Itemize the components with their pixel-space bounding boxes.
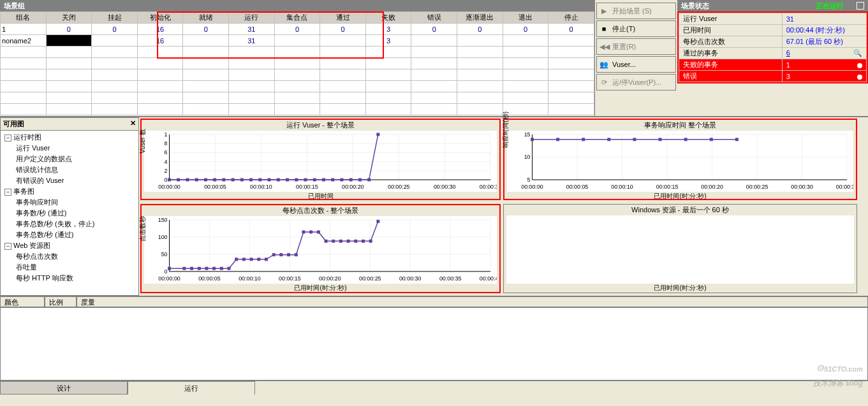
tree-expand-icon[interactable]: −	[4, 243, 11, 250]
tree-item[interactable]: 事务响应时间	[2, 197, 137, 208]
grid-cell[interactable]	[183, 35, 229, 47]
grid-cell[interactable]: 0	[503, 24, 548, 35]
grid-cell[interactable]: 0	[274, 24, 320, 35]
btn-reset-label: 重置(R)	[612, 42, 636, 52]
grid-header[interactable]: 挂起	[92, 12, 138, 24]
grid-header[interactable]: 逐渐退出	[457, 12, 503, 24]
tree-item[interactable]: 用户定义的数据点	[2, 154, 137, 164]
grid-cell[interactable]	[457, 35, 503, 47]
grid-header[interactable]: 组名	[1, 12, 47, 24]
grid-cell[interactable]: 0	[183, 24, 229, 35]
grid-cell[interactable]	[274, 35, 320, 47]
tree-item[interactable]: 每秒点击次数	[2, 251, 137, 262]
grid-header[interactable]: 停止	[548, 12, 594, 24]
tree-group[interactable]: −Web 资源图	[2, 240, 137, 251]
status-table: 运行 Vuser31已用时间00:00:44 (时:分:秒)每秒点击次数67.0…	[679, 13, 867, 82]
grid-cell[interactable]: 3	[365, 35, 411, 47]
grid-header[interactable]: 运行	[229, 12, 275, 24]
grid-cell[interactable]	[503, 35, 548, 47]
chart-ylabel-2: 响应时间(秒)	[501, 112, 510, 148]
grid-cell[interactable]: 0	[411, 24, 457, 35]
chart-windows-resources[interactable]: Windows 资源 - 最后一个 60 秒 已用时间(时:分:秒)	[503, 204, 857, 293]
scenario-grid-wrap: 组名关闭挂起初始化就绪运行集合点通过失败错误逐渐退出退出停止 100160310…	[0, 11, 594, 116]
grid-header[interactable]: 通过	[320, 12, 366, 24]
legend-scale: 比例	[45, 296, 77, 307]
tree-body[interactable]: −运行时图运行 Vuser用户定义的数据点错误统计信息有错误的 Vuser−事务…	[1, 131, 138, 295]
grid-cell[interactable]	[92, 35, 138, 47]
svg-text:4: 4	[165, 159, 168, 165]
grid-header[interactable]: 关闭	[46, 12, 92, 24]
grid-header[interactable]: 集合点	[274, 12, 320, 24]
svg-text:00:00:25: 00:00:25	[359, 275, 381, 282]
grid-cell[interactable]: 3	[365, 24, 411, 35]
grid-header[interactable]: 退出	[503, 12, 548, 24]
svg-text:00:00:00: 00:00:00	[158, 275, 180, 282]
grid-cell[interactable]: 16	[137, 24, 183, 35]
btn-reset[interactable]: ◀◀重置(R)	[596, 38, 676, 55]
tree-item[interactable]: 事务总数/秒 (失败，停止)	[2, 219, 137, 229]
grid-cell[interactable]: 0	[457, 24, 503, 35]
tab-run[interactable]: 运行	[128, 381, 255, 395]
grid-cell[interactable]: 0	[320, 24, 366, 35]
tab-design[interactable]: 设计	[0, 381, 128, 395]
grid-cell[interactable]	[548, 35, 594, 47]
restore-icon[interactable]	[857, 2, 864, 10]
btn-run-stop-vuser[interactable]: ⟳运/停Vuser(P)...	[596, 74, 676, 91]
chart-hits-per-second[interactable]: 每秒点击次数 - 整个场景 点击数秒05010015000:00:0000:00…	[140, 204, 501, 293]
btn-vuser[interactable]: 👥Vuser...	[596, 56, 676, 73]
btn-runstop-label: 运/停Vuser(P)...	[612, 78, 661, 87]
grid-cell[interactable]	[411, 35, 457, 47]
tree-item[interactable]: 运行 Vuser	[2, 143, 137, 154]
grid-cell[interactable]: 0	[548, 24, 594, 35]
tree-item[interactable]: 事务总数/秒 (通过)	[2, 229, 137, 240]
grid-cell[interactable]: 0	[46, 24, 92, 35]
tree-item[interactable]: 事务数/秒 (通过)	[2, 208, 137, 219]
tree-expand-icon[interactable]: −	[4, 134, 11, 141]
svg-text:00:00:15: 00:00:15	[656, 184, 679, 190]
grid-cell[interactable]	[46, 35, 92, 47]
svg-text:100: 100	[158, 234, 168, 240]
tree-expand-icon[interactable]: −	[4, 189, 11, 196]
status-value: 3	[782, 71, 866, 82]
chart-title-3: 每秒点击次数 - 整个场景	[142, 205, 499, 216]
grid-cell[interactable]: 31	[229, 35, 275, 47]
btn-stop[interactable]: ■停止(T)	[596, 20, 676, 37]
chart-title-2: 事务响应时间 整个场景	[504, 120, 856, 131]
grid-cell[interactable]	[320, 35, 366, 47]
svg-text:00:00:25: 00:00:25	[746, 184, 769, 190]
status-label: 错误	[679, 71, 783, 82]
tree-group[interactable]: −运行时图	[2, 132, 137, 143]
grid-cell[interactable]: noname2	[1, 35, 47, 47]
scenario-grid[interactable]: 组名关闭挂起初始化就绪运行集合点通过失败错误逐渐退出退出停止 100160310…	[0, 11, 594, 115]
chart-running-vuser[interactable]: 运行 Vuser - 整个场景 Vuser 数02468100:00:0000:…	[140, 119, 501, 200]
tree-item[interactable]: 吞吐量	[2, 262, 137, 273]
grid-cell[interactable]: 0	[92, 24, 138, 35]
tree-item[interactable]: 每秒 HTTP 响应数	[2, 273, 137, 284]
tree-item[interactable]: 错误统计信息	[2, 164, 137, 175]
footer-tabs: 设计 运行	[0, 381, 868, 395]
svg-text:00:00:00: 00:00:00	[521, 184, 543, 190]
tree-item[interactable]: 有错误的 Vuser	[2, 175, 137, 186]
btn-stop-label: 停止(T)	[612, 24, 635, 34]
svg-text:1: 1	[165, 131, 168, 138]
svg-text:00:00:10: 00:00:10	[250, 184, 272, 190]
status-value[interactable]: 6🔍	[782, 48, 866, 59]
grid-cell[interactable]: 31	[229, 24, 275, 35]
grid-header[interactable]: 错误	[411, 12, 457, 24]
btn-start-label: 开始场景 (S)	[612, 6, 652, 16]
status-dot-icon[interactable]	[857, 63, 862, 68]
tree-group[interactable]: −事务图	[2, 186, 137, 197]
close-icon[interactable]: ✕	[130, 119, 136, 129]
status-label: 运行 Vuser	[679, 13, 783, 25]
chart-title-1: 运行 Vuser - 整个场景	[142, 120, 499, 131]
grid-header[interactable]: 失败	[365, 12, 411, 24]
grid-cell[interactable]: 1	[1, 24, 47, 35]
grid-header[interactable]: 就绪	[183, 12, 229, 24]
btn-start-scenario[interactable]: ▶开始场景 (S)	[596, 3, 676, 19]
chart-transaction-response[interactable]: 事务响应时间 整个场景 响应时间(秒)5101500:00:0000:00:05…	[503, 119, 857, 200]
grid-header[interactable]: 初始化	[137, 12, 183, 24]
svg-text:00:00:30: 00:00:30	[434, 184, 456, 190]
status-dot-icon[interactable]	[857, 75, 862, 80]
magnify-icon[interactable]: 🔍	[853, 49, 862, 57]
grid-cell[interactable]: 16	[137, 35, 183, 47]
